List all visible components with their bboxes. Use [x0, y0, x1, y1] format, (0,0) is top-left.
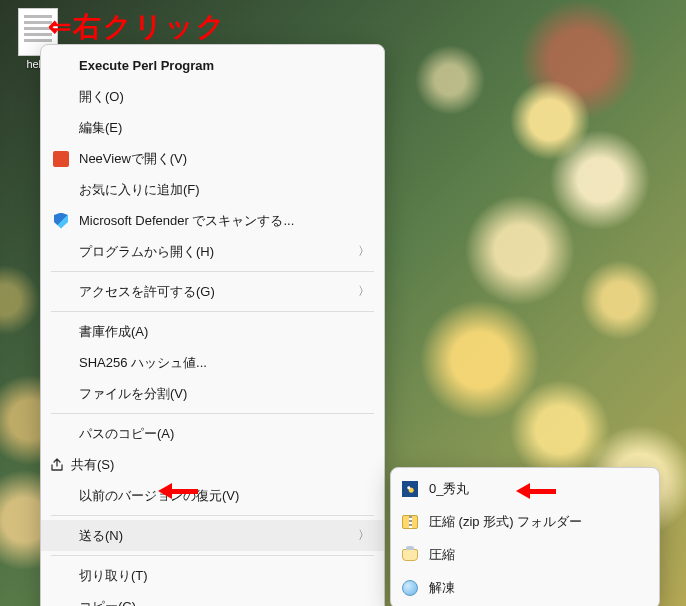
menu-cut[interactable]: 切り取り(T) — [41, 560, 384, 591]
menu-share[interactable]: 共有(S) — [41, 449, 384, 480]
menu-split-file[interactable]: ファイルを分割(V) — [41, 378, 384, 409]
submenu-compress[interactable]: 圧縮 — [391, 538, 659, 571]
menu-label: 編集(E) — [73, 119, 370, 137]
chevron-right-icon: 〉 — [358, 243, 370, 260]
menu-label: NeeViewで開く(V) — [73, 150, 370, 168]
menu-label: 書庫作成(A) — [73, 323, 370, 341]
separator — [51, 311, 374, 312]
submenu-label: 圧縮 — [421, 546, 645, 564]
shield-icon — [49, 213, 73, 229]
context-menu: Execute Perl Program 開く(O) 編集(E) NeeView… — [40, 44, 385, 606]
menu-send-to[interactable]: 送る(N) 〉 — [41, 520, 384, 551]
menu-copy-path[interactable]: パスのコピー(A) — [41, 418, 384, 449]
chevron-right-icon: 〉 — [358, 283, 370, 300]
menu-defender-scan[interactable]: Microsoft Defender でスキャンする... — [41, 205, 384, 236]
menu-label: ファイルを分割(V) — [73, 385, 370, 403]
menu-edit[interactable]: 編集(E) — [41, 112, 384, 143]
menu-label: お気に入りに追加(F) — [73, 181, 370, 199]
menu-grant-access[interactable]: アクセスを許可する(G) 〉 — [41, 276, 384, 307]
menu-label: SHA256 ハッシュ値... — [73, 354, 370, 372]
neeview-icon — [49, 151, 73, 167]
decompress-icon — [399, 580, 421, 596]
menu-open[interactable]: 開く(O) — [41, 81, 384, 112]
menu-sha256[interactable]: SHA256 ハッシュ値... — [41, 347, 384, 378]
menu-neeview-open[interactable]: NeeViewで開く(V) — [41, 143, 384, 174]
share-icon — [49, 457, 65, 473]
menu-label: アクセスを許可する(G) — [73, 283, 358, 301]
menu-label: 送る(N) — [73, 527, 358, 545]
submenu-label: 解凍 — [421, 579, 645, 597]
menu-open-with[interactable]: プログラムから開く(H) 〉 — [41, 236, 384, 267]
menu-label: Execute Perl Program — [73, 58, 370, 73]
menu-label: Microsoft Defender でスキャンする... — [73, 212, 370, 230]
menu-label: コピー(C) — [73, 598, 370, 607]
menu-label: 以前のバージョンの復元(V) — [73, 487, 370, 505]
send-to-submenu: 0_秀丸 圧縮 (zip 形式) フォルダー 圧縮 解凍 — [390, 467, 660, 606]
submenu-zip-folder[interactable]: 圧縮 (zip 形式) フォルダー — [391, 505, 659, 538]
separator — [51, 413, 374, 414]
submenu-label: 圧縮 (zip 形式) フォルダー — [421, 513, 645, 531]
separator — [51, 271, 374, 272]
submenu-decompress[interactable]: 解凍 — [391, 571, 659, 604]
menu-add-favorite[interactable]: お気に入りに追加(F) — [41, 174, 384, 205]
menu-label: プログラムから開く(H) — [73, 243, 358, 261]
separator — [51, 515, 374, 516]
menu-label: 切り取り(T) — [73, 567, 370, 585]
separator — [51, 555, 374, 556]
chevron-right-icon: 〉 — [358, 527, 370, 544]
zip-folder-icon — [399, 515, 421, 529]
submenu-hidemaru[interactable]: 0_秀丸 — [391, 472, 659, 505]
hidemaru-icon — [399, 481, 421, 497]
menu-copy[interactable]: コピー(C) — [41, 591, 384, 606]
compress-icon — [399, 549, 421, 561]
menu-restore-versions[interactable]: 以前のバージョンの復元(V) — [41, 480, 384, 511]
submenu-label: 0_秀丸 — [421, 480, 645, 498]
menu-label: 開く(O) — [73, 88, 370, 106]
menu-label: 共有(S) — [65, 456, 370, 474]
menu-create-archive[interactable]: 書庫作成(A) — [41, 316, 384, 347]
menu-label: パスのコピー(A) — [73, 425, 370, 443]
menu-execute-perl[interactable]: Execute Perl Program — [41, 50, 384, 81]
